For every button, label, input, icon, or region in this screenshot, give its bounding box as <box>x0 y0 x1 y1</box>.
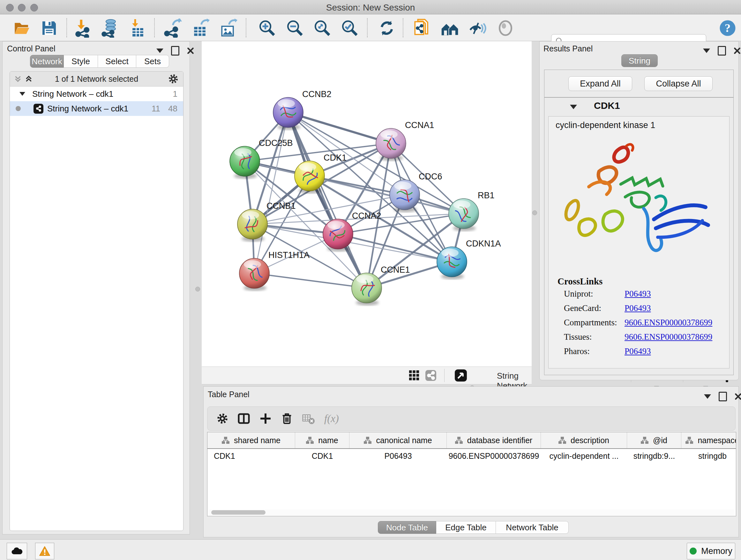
panel-float-icon[interactable] <box>719 392 727 401</box>
tab-network[interactable]: Network <box>30 55 64 68</box>
toolbar-separator <box>367 18 367 37</box>
toolbar-separator <box>403 18 403 37</box>
tab-select[interactable]: Select <box>98 55 136 68</box>
column-header--id[interactable]: @id <box>627 432 681 448</box>
column-header-description[interactable]: description <box>541 432 627 448</box>
column-header-label: @id <box>653 436 667 445</box>
delete-column-icon[interactable] <box>281 413 293 425</box>
birds-eye-view-icon[interactable] <box>453 368 468 383</box>
memory-button[interactable]: Memory <box>687 543 735 559</box>
table-cell[interactable]: P06493 <box>349 449 447 463</box>
table-row[interactable]: CDK1CDK1P064939606.ENSP00000378699cyclin… <box>207 449 736 463</box>
network-graph[interactable]: CCNB2CCNA1CDC25BCDK1CDC6RB1CCNB1CCNA2CDK… <box>202 41 532 367</box>
panel-menu-icon[interactable] <box>156 49 163 53</box>
panel-float-icon[interactable] <box>171 46 179 56</box>
cloud-button[interactable] <box>7 543 27 559</box>
column-header-namespace[interactable]: namespace <box>681 432 736 448</box>
network-edge[interactable] <box>288 112 367 288</box>
network-node[interactable]: CCNA1 <box>376 120 434 159</box>
table-toolbar: f(x) <box>207 407 736 431</box>
panel-close-icon[interactable] <box>187 47 194 54</box>
panel-float-icon[interactable] <box>718 46 726 56</box>
table-header-row: shared namenamecanonical namedatabase id… <box>207 432 736 449</box>
refresh-layout-icon[interactable] <box>377 18 397 38</box>
network-edge[interactable] <box>254 273 367 288</box>
export-table-icon[interactable] <box>190 18 210 38</box>
network-row[interactable]: String Network – cdk1 11 48 <box>10 101 183 116</box>
tab-node-table[interactable]: Node Table <box>378 521 436 534</box>
network-edge[interactable] <box>288 112 391 143</box>
right-splitter-handle[interactable] <box>532 210 537 215</box>
gear-icon[interactable] <box>216 413 228 425</box>
scrollbar-thumb[interactable] <box>211 510 266 515</box>
network-collection-row[interactable]: String Network – cdk1 1 <box>10 86 183 101</box>
tab-sets[interactable]: Sets <box>136 55 169 68</box>
import-table-icon[interactable] <box>128 18 148 38</box>
collection-collapse-icon[interactable] <box>19 92 25 96</box>
help-button[interactable]: ? <box>718 18 738 38</box>
panel-menu-icon[interactable] <box>703 49 710 53</box>
zoom-out-icon[interactable] <box>285 18 305 38</box>
collection-count: 1 <box>173 89 178 99</box>
expand-all-button[interactable]: Expand All <box>568 76 632 91</box>
column-header-name[interactable]: name <box>295 432 349 448</box>
crosslink-label: Tissues: <box>564 332 592 341</box>
network-node[interactable]: CCNE1 <box>352 265 410 303</box>
crosslink-link[interactable]: P06493 <box>624 303 651 313</box>
export-network-icon[interactable] <box>162 18 183 38</box>
network-node[interactable]: CDKN1A <box>437 239 501 277</box>
gear-icon[interactable] <box>168 73 179 84</box>
table-cell[interactable]: stringdb:9... <box>627 449 681 463</box>
table-cell[interactable]: 9606.ENSP00000378699 <box>447 449 541 463</box>
table-cell[interactable]: CDK1 <box>295 449 349 463</box>
import-network-icon[interactable] <box>73 18 93 38</box>
show-hide-panels-icon[interactable] <box>468 18 488 38</box>
tab-style[interactable]: Style <box>64 55 98 68</box>
share-document-icon[interactable] <box>412 18 432 38</box>
results-panel-title: Results Panel <box>543 44 593 53</box>
open-session-icon[interactable] <box>11 18 32 38</box>
warning-button[interactable] <box>35 543 54 559</box>
node-label: CCNB2 <box>302 89 332 99</box>
panel-menu-icon[interactable] <box>704 394 711 399</box>
left-splitter-handle[interactable] <box>195 287 200 292</box>
add-column-icon[interactable] <box>259 412 272 425</box>
export-image-icon[interactable] <box>218 18 238 38</box>
table-cell[interactable]: cyclin-dependent ... <box>541 449 627 463</box>
column-header-canonical-name[interactable]: canonical name <box>349 432 447 448</box>
home-icon[interactable] <box>440 18 460 38</box>
import-database-icon[interactable] <box>100 18 120 38</box>
network-edge-count: 48 <box>168 104 178 114</box>
zoom-fit-icon[interactable] <box>312 18 333 38</box>
crosslink-link[interactable]: P06493 <box>624 289 651 299</box>
zoom-selected-icon[interactable] <box>340 18 360 38</box>
table-cell[interactable]: stringdb <box>681 449 736 463</box>
network-edge[interactable] <box>254 112 288 273</box>
network-node[interactable]: CDK1 <box>294 153 347 191</box>
protein-collapse-icon[interactable] <box>570 105 577 109</box>
main-toolbar: ? <box>0 14 741 41</box>
tab-network-table[interactable]: Network Table <box>496 521 569 534</box>
panel-close-icon[interactable] <box>735 393 741 400</box>
show-columns-icon[interactable] <box>238 412 250 425</box>
crosslink-link[interactable]: P06493 <box>624 347 651 356</box>
network-node[interactable]: HIST1H1A <box>239 250 310 288</box>
column-header-shared-name[interactable]: shared name <box>207 432 295 448</box>
panel-close-icon[interactable] <box>734 47 741 54</box>
string-app-icon <box>33 104 44 114</box>
crosslink-link[interactable]: 9606.ENSP00000378699 <box>624 318 712 327</box>
network-node[interactable]: RB1 <box>449 191 495 229</box>
network-node[interactable]: CCNB1 <box>238 201 296 239</box>
warning-icon <box>39 546 51 556</box>
grid-view-icon[interactable] <box>407 368 421 382</box>
tab-edge-table[interactable]: Edge Table <box>436 521 496 534</box>
zoom-in-icon[interactable] <box>257 18 277 38</box>
horizontal-scrollbar <box>208 509 735 515</box>
column-header-database-identifier[interactable]: database identifier <box>447 432 541 448</box>
network-canvas[interactable]: CCNB2CCNA1CDC25BCDK1CDC6RB1CCNB1CCNA2CDK… <box>202 41 532 367</box>
tab-string[interactable]: String <box>621 54 658 67</box>
crosslink-link[interactable]: 9606.ENSP00000378699 <box>624 332 712 342</box>
collapse-all-button[interactable]: Collapse All <box>644 76 713 91</box>
save-session-icon[interactable] <box>39 18 59 38</box>
table-cell[interactable]: CDK1 <box>207 449 295 463</box>
